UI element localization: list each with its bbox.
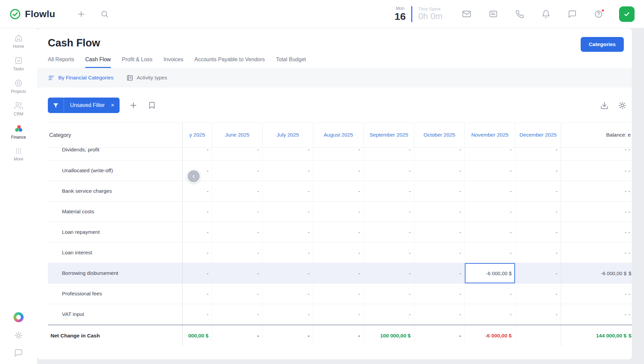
value-cell[interactable]: - [263, 243, 313, 263]
value-cell[interactable]: - [414, 263, 465, 284]
value-cell[interactable]: - [465, 160, 515, 181]
flowlu-logo[interactable]: Flowlu [9, 8, 55, 20]
sidebar-item-finance[interactable]: Finance [11, 124, 26, 140]
value-cell[interactable]: - [263, 284, 313, 304]
value-cell[interactable]: - [561, 304, 628, 325]
value-cell[interactable]: - [414, 181, 465, 202]
value-cell[interactable]: - [515, 160, 561, 181]
column-header-aug[interactable]: August 2025 [313, 123, 364, 148]
tab-profit-loss[interactable]: Profit & Loss [122, 57, 153, 68]
value-cell[interactable]: - [414, 243, 465, 263]
view-by-financial-categories[interactable]: By Financial Categories [48, 74, 114, 81]
apps-colorful-icon[interactable] [13, 312, 24, 322]
tab-total-budget[interactable]: Total Budget [276, 57, 306, 68]
sidebar-item-tasks[interactable]: Tasks [13, 56, 24, 71]
value-cell[interactable]: - [313, 160, 364, 181]
value-cell[interactable]: - [364, 304, 414, 325]
create-plus-icon[interactable] [77, 10, 86, 19]
value-cell[interactable]: - [515, 263, 561, 284]
filter-close-icon[interactable]: × [111, 102, 120, 109]
value-cell[interactable]: - [515, 284, 561, 304]
table-row[interactable]: Dividends, profit---------- [48, 148, 632, 160]
value-cell[interactable]: - [313, 263, 364, 284]
value-cell[interactable]: - [414, 160, 465, 181]
value-cell[interactable]: - [561, 202, 628, 222]
value-cell[interactable]: - [263, 304, 313, 325]
value-cell[interactable]: - [364, 222, 414, 243]
categories-button[interactable]: Categories [581, 37, 624, 52]
value-cell[interactable]: - [212, 202, 263, 222]
table-row[interactable]: Professional fees---------- [48, 284, 632, 304]
value-cell[interactable]: - [364, 148, 414, 160]
value-cell[interactable]: - [414, 202, 465, 222]
value-cell[interactable]: - [313, 222, 364, 243]
value-cell[interactable]: - [364, 160, 414, 181]
column-header-jul[interactable]: July 2025 [263, 123, 313, 148]
value-cell[interactable]: - [212, 148, 263, 160]
table-row[interactable]: Unallocated (write-off)---------- [48, 160, 632, 181]
phone-icon[interactable] [515, 10, 524, 19]
calendar-date[interactable]: Mon 16 [394, 6, 406, 22]
column-header-oct[interactable]: October 2025 [414, 123, 465, 148]
column-header-nov[interactable]: November 2025 [465, 123, 515, 148]
value-cell[interactable]: - [364, 284, 414, 304]
column-header-dec[interactable]: December 2025 [515, 123, 561, 148]
value-cell[interactable]: - [212, 304, 263, 325]
value-cell[interactable]: - [561, 160, 628, 181]
value-cell[interactable]: - [212, 284, 263, 304]
value-cell[interactable]: - [263, 202, 313, 222]
flowlu-app-check-icon[interactable] [619, 6, 635, 22]
value-cell[interactable]: - [212, 181, 263, 202]
table-row[interactable]: Bank service charges---------- [48, 181, 632, 202]
value-cell[interactable]: - [263, 263, 313, 284]
tab-accounts-payable[interactable]: Accounts Payable to Vendors [194, 57, 265, 68]
column-header-may[interactable]: y 2025 [183, 123, 212, 148]
sidebar-item-home[interactable]: Home [13, 34, 24, 49]
settings-gear-icon[interactable] [14, 331, 23, 340]
column-header-jun[interactable]: June 2025 [212, 123, 263, 148]
value-cell[interactable]: -6 000,00 $ [561, 263, 628, 284]
value-cell[interactable]: - [414, 304, 465, 325]
value-cell[interactable]: - [465, 148, 515, 160]
value-cell[interactable]: - [263, 148, 313, 160]
value-cell[interactable]: - [313, 284, 364, 304]
notes-icon[interactable] [489, 9, 498, 19]
table-settings-gear-icon[interactable] [618, 101, 626, 110]
value-cell[interactable]: - [183, 222, 212, 243]
add-filter-icon[interactable] [129, 101, 138, 110]
time-spent[interactable]: Time Spent 0h 0m [418, 6, 443, 22]
tab-cash-flow[interactable]: Cash Flow [85, 57, 111, 68]
value-cell[interactable]: - [515, 148, 561, 160]
mail-icon[interactable] [462, 9, 471, 19]
value-cell[interactable]: - [465, 202, 515, 222]
value-cell[interactable]: - [212, 160, 263, 181]
value-cell[interactable]: - [364, 263, 414, 284]
table-row[interactable]: Borrowing disbursement-------6 000,00 $-… [48, 263, 632, 284]
table-row[interactable]: VAT input---------- [48, 304, 632, 325]
sidebar-item-crm[interactable]: CRM [14, 101, 23, 116]
value-cell[interactable]: - [465, 222, 515, 243]
value-cell[interactable]: - [313, 181, 364, 202]
download-icon[interactable] [600, 101, 609, 110]
value-cell[interactable]: - [561, 181, 628, 202]
table-row[interactable]: Loan interest---------- [48, 243, 632, 263]
bell-icon[interactable] [542, 10, 550, 19]
value-cell[interactable]: - [313, 243, 364, 263]
table-row[interactable]: Material costs---------- [48, 202, 632, 222]
value-cell[interactable]: - [183, 284, 212, 304]
value-cell[interactable]: - [183, 202, 212, 222]
value-cell[interactable]: - [212, 263, 263, 284]
value-cell[interactable]: - [465, 304, 515, 325]
value-cell[interactable]: - [364, 181, 414, 202]
value-cell[interactable]: - [183, 181, 212, 202]
feedback-bubble-icon[interactable] [14, 349, 23, 357]
value-cell[interactable]: - [561, 284, 628, 304]
chat-icon[interactable] [568, 10, 577, 19]
value-cell[interactable]: - [561, 148, 628, 160]
value-cell[interactable]: - [183, 263, 212, 284]
value-cell[interactable]: - [183, 304, 212, 325]
value-cell[interactable]: - [364, 202, 414, 222]
tab-invoices[interactable]: Invoices [164, 57, 184, 68]
tab-all-reports[interactable]: All Reports [48, 57, 74, 68]
value-cell[interactable]: - [414, 148, 465, 160]
